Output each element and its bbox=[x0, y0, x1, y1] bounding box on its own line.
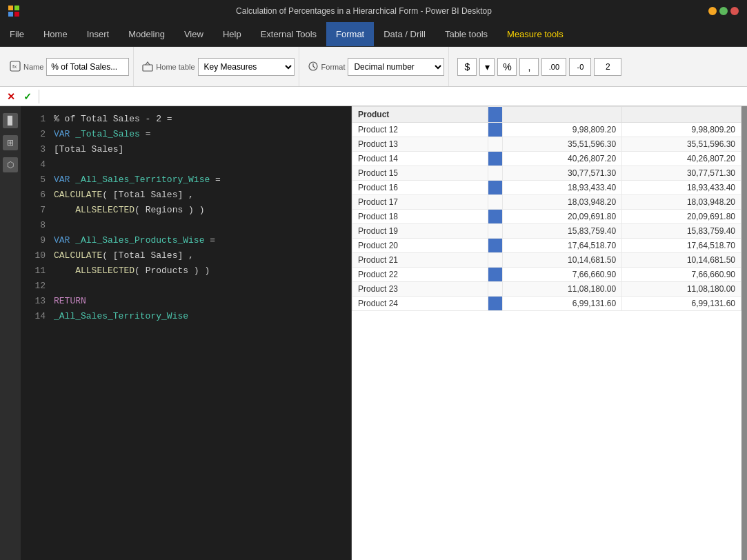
window-icon bbox=[8, 6, 19, 17]
svg-rect-1 bbox=[14, 6, 19, 10]
code-editor[interactable]: 1 % of Total Sales - 2 = 2 VAR _Total_Sa… bbox=[21, 106, 352, 560]
cell-product: Product 14 bbox=[352, 152, 488, 166]
cell-separator bbox=[488, 123, 503, 137]
code-line-10: 10 CALCULATE( [Total Sales] , bbox=[21, 248, 351, 263]
table-icon: ⊞ bbox=[7, 138, 14, 148]
table-row: Product 21 10,14,681.50 10,14,681.50 bbox=[352, 253, 741, 268]
menu-item-external-tools[interactable]: External Tools bbox=[251, 22, 326, 46]
menu-item-measure-tools[interactable]: Measure tools bbox=[497, 22, 573, 46]
left-sidebar: ▊ ⊞ ⬡ bbox=[0, 106, 21, 560]
cell-val1: 30,77,571.30 bbox=[503, 166, 622, 181]
menu-item-insert[interactable]: Insert bbox=[77, 22, 119, 46]
comma-btn[interactable]: , bbox=[519, 58, 539, 76]
maximize-btn[interactable] bbox=[719, 7, 728, 15]
table-row: Product 19 15,83,759.40 15,83,759.40 bbox=[352, 224, 741, 239]
cell-separator bbox=[488, 253, 503, 268]
menu-item-data-drill[interactable]: Data / Drill bbox=[374, 22, 435, 46]
close-btn[interactable] bbox=[730, 7, 739, 15]
cell-val2: 9,98,809.20 bbox=[622, 123, 741, 137]
menu-item-table-tools[interactable]: Table tools bbox=[435, 22, 497, 46]
chevron-down-icon: ▾ bbox=[485, 61, 490, 72]
cell-separator bbox=[488, 210, 503, 224]
code-line-6: 6 CALCULATE( [Total Sales] , bbox=[21, 188, 351, 203]
code-line-8: 8 bbox=[21, 218, 351, 233]
cell-separator bbox=[488, 268, 503, 282]
menu-item-home[interactable]: Home bbox=[34, 22, 77, 46]
table-row: Product 16 18,93,433.40 18,93,433.40 bbox=[352, 181, 741, 195]
cell-val1: 40,26,807.20 bbox=[503, 152, 622, 166]
cell-separator bbox=[488, 239, 503, 253]
cell-product: Product 17 bbox=[352, 195, 488, 210]
currency-dropdown-btn[interactable]: ▾ bbox=[479, 58, 495, 76]
code-line-2: 2 VAR _Total_Sales = bbox=[21, 127, 351, 142]
home-table-dropdown[interactable]: Key Measures bbox=[198, 58, 295, 76]
format-dropdown[interactable]: Decimal number bbox=[348, 58, 444, 76]
menu-bar: File Home Insert Modeling View Help Exte… bbox=[0, 22, 747, 47]
percent-btn[interactable]: % bbox=[497, 58, 517, 76]
currency-dollar-btn[interactable]: $ bbox=[457, 58, 477, 76]
decimal-dec-btn[interactable]: -0 bbox=[569, 58, 591, 76]
menu-item-format[interactable]: Format bbox=[326, 22, 374, 46]
ribbon-home-table-group: Home table Key Measures bbox=[138, 47, 299, 86]
dollar-icon: $ bbox=[465, 61, 470, 72]
ribbon-format-group: Format Decimal number bbox=[303, 47, 450, 86]
cell-val2: 10,14,681.50 bbox=[622, 253, 741, 268]
menu-item-help[interactable]: Help bbox=[213, 22, 251, 46]
sidebar-icon-table[interactable]: ⊞ bbox=[3, 135, 18, 150]
cell-val2: 20,09,691.80 bbox=[622, 210, 741, 224]
cell-val1: 17,64,518.70 bbox=[503, 239, 622, 253]
cell-val2: 17,64,518.70 bbox=[622, 239, 741, 253]
name-input[interactable] bbox=[46, 58, 129, 76]
formula-cancel-btn[interactable]: ✕ bbox=[4, 90, 18, 103]
cell-product: Product 18 bbox=[352, 210, 488, 224]
minimize-btn[interactable] bbox=[708, 7, 717, 15]
name-label: Name bbox=[23, 63, 43, 71]
table-row: Product 24 6,99,131.60 6,99,131.60 bbox=[352, 297, 741, 311]
window-controls[interactable] bbox=[708, 7, 739, 15]
cell-val1: 18,03,948.20 bbox=[503, 195, 622, 210]
svg-rect-2 bbox=[8, 12, 13, 17]
svg-text:fx: fx bbox=[12, 63, 17, 70]
app-icon bbox=[8, 6, 19, 17]
decimal-dec-icon: -0 bbox=[577, 63, 584, 71]
menu-item-file[interactable]: File bbox=[0, 22, 34, 46]
cell-separator bbox=[488, 297, 503, 311]
sidebar-icon-bar-chart[interactable]: ▊ bbox=[3, 113, 18, 128]
title-bar: Calculation of Percentages in a Hierarch… bbox=[0, 0, 747, 22]
format-icon bbox=[308, 61, 319, 73]
table-body: Product 12 9,98,809.20 9,98,809.20 Produ… bbox=[352, 123, 741, 311]
cell-separator bbox=[488, 137, 503, 152]
data-table-wrapper[interactable]: Product Product 12 9,98,809.20 9,98,809.… bbox=[352, 106, 741, 560]
code-line-11: 11 ALLSELECTED( Products ) ) bbox=[21, 263, 351, 279]
cell-val2: 18,93,433.40 bbox=[622, 181, 741, 195]
sidebar-icon-model[interactable]: ⬡ bbox=[3, 157, 18, 172]
svg-rect-0 bbox=[8, 6, 13, 10]
code-line-5: 5 VAR _All_Sales_Territory_Wise = bbox=[21, 172, 351, 188]
decimal-places-input[interactable] bbox=[594, 58, 621, 76]
code-line-3: 3 [Total Sales] bbox=[21, 142, 351, 157]
cell-separator bbox=[488, 152, 503, 166]
code-line-1: 1 % of Total Sales - 2 = bbox=[21, 112, 351, 127]
right-resize-handle[interactable] bbox=[741, 106, 747, 560]
table-row: Product 20 17,64,518.70 17,64,518.70 bbox=[352, 239, 741, 253]
ribbon-currency-group: $ ▾ % , .00 -0 bbox=[453, 47, 626, 86]
column-header-val1 bbox=[503, 107, 622, 123]
format-label: Format bbox=[321, 63, 346, 71]
table-row: Product 17 18,03,948.20 18,03,948.20 bbox=[352, 195, 741, 210]
cell-val1: 35,51,596.30 bbox=[503, 137, 622, 152]
cell-separator bbox=[488, 166, 503, 181]
name-icon: fx bbox=[10, 61, 21, 73]
cell-product: Product 21 bbox=[352, 253, 488, 268]
table-row: Product 12 9,98,809.20 9,98,809.20 bbox=[352, 123, 741, 137]
cell-separator bbox=[488, 224, 503, 239]
formula-divider bbox=[39, 90, 39, 103]
menu-item-modeling[interactable]: Modeling bbox=[119, 22, 175, 46]
formula-ok-btn[interactable]: ✓ bbox=[21, 90, 34, 103]
menu-item-view[interactable]: View bbox=[175, 22, 213, 46]
cell-val2: 30,77,571.30 bbox=[622, 166, 741, 181]
table-row: Product 14 40,26,807.20 40,26,807.20 bbox=[352, 152, 741, 166]
data-table: Product Product 12 9,98,809.20 9,98,809.… bbox=[352, 106, 741, 311]
table-row: Product 22 7,66,660.90 7,66,660.90 bbox=[352, 268, 741, 282]
code-line-9: 9 VAR _All_Sales_Products_Wise = bbox=[21, 233, 351, 248]
decimal-inc-btn[interactable]: .00 bbox=[541, 58, 566, 76]
